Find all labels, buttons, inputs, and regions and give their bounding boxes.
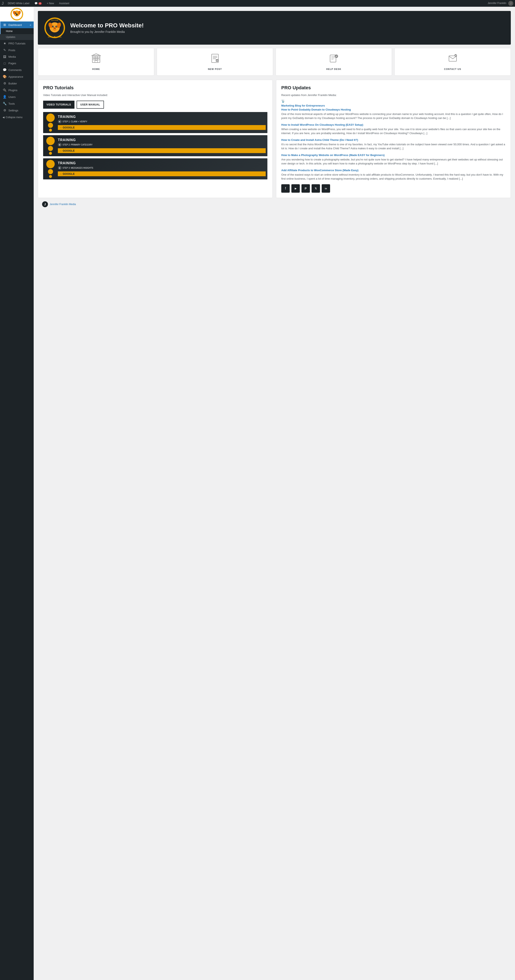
banner-text: Welcome to PRO Website! Brought to you b… [70,22,144,33]
quick-link-help-desk[interactable]: HELP DESK [276,48,392,76]
pages-icon: □ [3,62,7,65]
banner-title: Welcome to PRO Website! [70,22,144,29]
sidebar-item-appearance[interactable]: 🎨 Appearance [0,73,34,80]
update-title-3[interactable]: How to Create and Install Astra Child Th… [281,138,505,142]
rss-icon: 📡 [281,99,285,103]
pinterest-button[interactable]: P [301,184,310,192]
user-manual-button[interactable]: USER MANUAL [76,101,104,109]
update-entry-5: Add Affiliate Products to WooCommerce St… [281,169,505,181]
circle-xsmall [49,175,52,178]
play-icon[interactable]: ▶ [58,143,62,146]
sidebar-item-label: Posts [8,49,15,52]
admin-sidebar: ⊞ Dashboard ◀ Home Updates ★ PRO Tutoria… [0,7,34,980]
help-desk-quick-label: HELP DESK [326,68,341,70]
thumb-circles [43,135,58,156]
training-label: TRAINING [58,138,76,142]
quick-link-contact-us[interactable]: CONTACT US [395,48,511,76]
dashboard-arrow: ◀ [29,24,31,26]
svg-point-17 [54,27,56,29]
youtube-button[interactable]: ▶ [292,184,300,192]
training-thumb-2[interactable]: TRAINING ▶ STEP 2: PRIMARY CATEGORY → GO… [43,135,268,156]
twitter-button[interactable]: 𝕏 [312,184,320,192]
admin-bar: J DEMO White Label 💬 0 + New Assistant J… [0,0,515,7]
adminbar-site-name[interactable]: DEMO White Label [6,0,31,7]
sidebar-item-label: Builder [8,82,17,85]
thumb-arrow: → GOOGLE [58,148,266,153]
update-entry-3: How to Create and Install Astra Child Th… [281,138,505,151]
thumb-arrow: → GOOGLE [58,125,266,130]
tutorial-buttons: VIDEO TUTORIALS USER MANUAL [43,101,268,109]
tutorials-description: Video Tutorials and Interactive User Man… [43,93,268,97]
play-icon[interactable]: ▶ [58,119,62,123]
collapse-icon: ◀ [3,116,5,119]
linkedin-button[interactable]: in [322,184,330,192]
thumb-arrow: → GOOGLE [58,172,266,176]
sidebar-item-builder[interactable]: ⚙ Builder [0,80,34,87]
adminbar-new[interactable]: + New [45,0,55,7]
svg-point-6 [16,13,16,13]
sidebar-item-dashboard[interactable]: ⊞ Dashboard ◀ [0,21,34,28]
update-excerpt-5: One of the easiest ways to start an onli… [281,173,505,181]
facebook-button[interactable]: f [281,184,290,192]
plugins-icon: 🔌 [3,88,7,92]
wp-footer: J Jennifer Franklin Media [38,198,511,211]
sidebar-item-updates[interactable]: Updates [0,34,34,40]
sidebar-item-label: Dashboard [8,23,22,27]
update-excerpt-4: Are you wondering how to create a photog… [281,158,505,166]
wp-logo: J [2,1,3,6]
training-thumb-1[interactable]: TRAINING ▶ STEP 1: CLAIM + VERIFY → GOOG… [43,112,268,133]
contact-us-quick-icon [448,53,458,65]
users-icon: 👤 [3,95,7,99]
sidebar-item-label: Appearance [8,75,23,78]
svg-rect-26 [95,58,97,60]
update-title-1[interactable]: How to Point Godaddy Domain to Cloudways… [281,108,505,111]
collapse-label: Collapse menu [6,116,22,119]
sidebar-item-label: Media [8,55,16,58]
svg-point-7 [16,14,17,15]
circle-large [46,113,55,122]
media-icon: 🖼 [3,55,7,59]
updates-title: PRO Updates [281,85,505,91]
feed-title-link[interactable]: Marketing Blog for Entrepreneurs [281,104,505,107]
sidebar-item-plugins[interactable]: 🔌 Plugins [0,87,34,94]
sidebar-item-settings[interactable]: ⚙ Settings [0,107,34,114]
user-name: Jennifer Franklin [488,2,506,5]
thumb-content: TRAINING ▶ STEP 3: MESSAGES INSIGHTS → G… [43,160,268,178]
update-title-5[interactable]: Add Affiliate Products to WooCommerce St… [281,169,505,172]
play-icon[interactable]: ▶ [58,166,62,170]
comments-count: 0 [38,2,42,5]
quick-link-home[interactable]: HOME [38,48,154,76]
update-title-4[interactable]: How to Make a Photography Website on Wor… [281,154,505,157]
welcome-banner: PROFESSIONAL TRAINING DOG GONE Welcome t… [38,11,511,45]
sidebar-item-label: PRO Tutorials [8,42,25,45]
footer-link[interactable]: Jennifer Franklin Media [50,203,76,206]
adminbar-comments[interactable]: 💬 0 [33,0,44,7]
assistant-label: Assistant [59,2,70,5]
sidebar-item-label: Comments [8,68,22,72]
sidebar-item-media[interactable]: 🖼 Media [0,54,34,60]
sidebar-item-comments[interactable]: 💬 Comments [0,67,34,73]
svg-rect-28 [95,60,97,62]
sidebar-item-posts[interactable]: ✎ Posts [0,47,34,54]
contact-us-quick-label: CONTACT US [444,68,461,70]
adminbar-assistant[interactable]: Assistant [57,0,71,7]
training-thumb-3[interactable]: TRAINING ▶ STEP 3: MESSAGES INSIGHTS → G… [43,158,268,180]
video-tutorials-button[interactable]: VIDEO TUTORIALS [43,101,74,109]
quick-link-new-post[interactable]: NEW POST [157,48,273,76]
sidebar-item-users[interactable]: 👤 Users [0,94,34,100]
adminbar-user[interactable]: Jennifer Franklin J [488,1,513,6]
sidebar-item-home[interactable]: Home [0,28,34,34]
sidebar-item-pages[interactable]: □ Pages [0,60,34,67]
sidebar-item-pro-tutorials[interactable]: ★ PRO Tutorials [0,40,34,47]
sidebar-item-tools[interactable]: 🔧 Tools [0,100,34,107]
rss-feed-header: 📡 Marketing Blog for Entrepreneurs [281,99,505,107]
update-entry-4: How to Make a Photography Website on Wor… [281,154,505,166]
update-title-2[interactable]: How to Install WordPress On Cloudways Ho… [281,123,505,126]
update-excerpt-3: It's no secret that the Astra WordPress … [281,142,505,151]
circle-xsmall [49,152,52,155]
dashboard-icon: ⊞ [3,23,7,27]
svg-text:DOG GONE: DOG GONE [51,19,58,21]
collapse-menu-button[interactable]: ◀ Collapse menu [0,114,34,121]
help-desk-quick-icon [329,53,339,65]
settings-icon: ⚙ [3,108,7,112]
